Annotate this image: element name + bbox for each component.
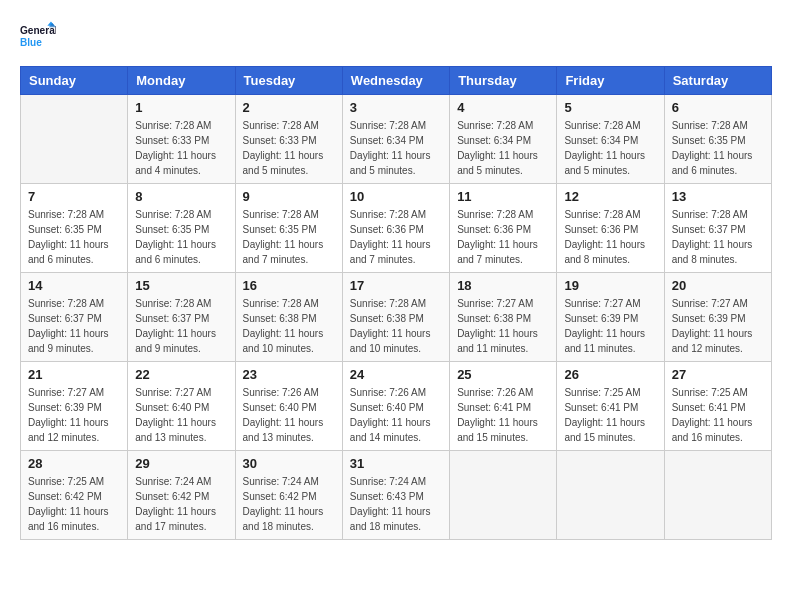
day-info: Sunrise: 7:28 AMSunset: 6:37 PMDaylight:… [672,207,764,267]
day-info: Sunrise: 7:28 AMSunset: 6:34 PMDaylight:… [457,118,549,178]
calendar-cell: 31 Sunrise: 7:24 AMSunset: 6:43 PMDaylig… [342,451,449,540]
day-number: 5 [564,100,656,115]
header-friday: Friday [557,67,664,95]
day-number: 10 [350,189,442,204]
day-number: 20 [672,278,764,293]
day-number: 16 [243,278,335,293]
day-info: Sunrise: 7:28 AMSunset: 6:35 PMDaylight:… [672,118,764,178]
day-info: Sunrise: 7:27 AMSunset: 6:38 PMDaylight:… [457,296,549,356]
day-number: 24 [350,367,442,382]
day-info: Sunrise: 7:28 AMSunset: 6:33 PMDaylight:… [243,118,335,178]
calendar-cell: 29 Sunrise: 7:24 AMSunset: 6:42 PMDaylig… [128,451,235,540]
calendar-cell: 14 Sunrise: 7:28 AMSunset: 6:37 PMDaylig… [21,273,128,362]
day-number: 28 [28,456,120,471]
calendar-cell: 24 Sunrise: 7:26 AMSunset: 6:40 PMDaylig… [342,362,449,451]
day-info: Sunrise: 7:27 AMSunset: 6:39 PMDaylight:… [564,296,656,356]
day-number: 30 [243,456,335,471]
calendar-cell: 9 Sunrise: 7:28 AMSunset: 6:35 PMDayligh… [235,184,342,273]
header-wednesday: Wednesday [342,67,449,95]
calendar-cell: 4 Sunrise: 7:28 AMSunset: 6:34 PMDayligh… [450,95,557,184]
day-number: 3 [350,100,442,115]
day-number: 14 [28,278,120,293]
day-number: 29 [135,456,227,471]
calendar-cell: 23 Sunrise: 7:26 AMSunset: 6:40 PMDaylig… [235,362,342,451]
calendar-table: SundayMondayTuesdayWednesdayThursdayFrid… [20,66,772,540]
day-number: 26 [564,367,656,382]
calendar-cell: 10 Sunrise: 7:28 AMSunset: 6:36 PMDaylig… [342,184,449,273]
day-info: Sunrise: 7:24 AMSunset: 6:42 PMDaylight:… [135,474,227,534]
day-number: 11 [457,189,549,204]
day-info: Sunrise: 7:25 AMSunset: 6:41 PMDaylight:… [564,385,656,445]
day-number: 8 [135,189,227,204]
day-number: 7 [28,189,120,204]
calendar-cell: 26 Sunrise: 7:25 AMSunset: 6:41 PMDaylig… [557,362,664,451]
day-info: Sunrise: 7:28 AMSunset: 6:36 PMDaylight:… [457,207,549,267]
day-info: Sunrise: 7:26 AMSunset: 6:41 PMDaylight:… [457,385,549,445]
calendar-cell: 8 Sunrise: 7:28 AMSunset: 6:35 PMDayligh… [128,184,235,273]
day-info: Sunrise: 7:28 AMSunset: 6:35 PMDaylight:… [135,207,227,267]
calendar-cell: 15 Sunrise: 7:28 AMSunset: 6:37 PMDaylig… [128,273,235,362]
calendar-cell: 21 Sunrise: 7:27 AMSunset: 6:39 PMDaylig… [21,362,128,451]
calendar-header-row: SundayMondayTuesdayWednesdayThursdayFrid… [21,67,772,95]
day-number: 15 [135,278,227,293]
day-info: Sunrise: 7:25 AMSunset: 6:42 PMDaylight:… [28,474,120,534]
svg-text:Blue: Blue [20,37,42,48]
day-info: Sunrise: 7:28 AMSunset: 6:34 PMDaylight:… [564,118,656,178]
day-info: Sunrise: 7:26 AMSunset: 6:40 PMDaylight:… [243,385,335,445]
logo-icon: General Blue [20,20,56,56]
header-sunday: Sunday [21,67,128,95]
day-info: Sunrise: 7:28 AMSunset: 6:36 PMDaylight:… [350,207,442,267]
day-number: 23 [243,367,335,382]
calendar-cell: 1 Sunrise: 7:28 AMSunset: 6:33 PMDayligh… [128,95,235,184]
calendar-week-1: 1 Sunrise: 7:28 AMSunset: 6:33 PMDayligh… [21,95,772,184]
day-number: 22 [135,367,227,382]
page-header: General Blue [20,20,772,56]
day-info: Sunrise: 7:25 AMSunset: 6:41 PMDaylight:… [672,385,764,445]
calendar-week-4: 21 Sunrise: 7:27 AMSunset: 6:39 PMDaylig… [21,362,772,451]
calendar-cell: 19 Sunrise: 7:27 AMSunset: 6:39 PMDaylig… [557,273,664,362]
day-info: Sunrise: 7:28 AMSunset: 6:35 PMDaylight:… [28,207,120,267]
day-info: Sunrise: 7:27 AMSunset: 6:40 PMDaylight:… [135,385,227,445]
day-number: 31 [350,456,442,471]
day-number: 21 [28,367,120,382]
day-number: 1 [135,100,227,115]
calendar-cell: 18 Sunrise: 7:27 AMSunset: 6:38 PMDaylig… [450,273,557,362]
calendar-cell [664,451,771,540]
day-number: 12 [564,189,656,204]
day-info: Sunrise: 7:24 AMSunset: 6:43 PMDaylight:… [350,474,442,534]
calendar-cell: 3 Sunrise: 7:28 AMSunset: 6:34 PMDayligh… [342,95,449,184]
calendar-cell: 11 Sunrise: 7:28 AMSunset: 6:36 PMDaylig… [450,184,557,273]
calendar-cell: 25 Sunrise: 7:26 AMSunset: 6:41 PMDaylig… [450,362,557,451]
calendar-cell: 13 Sunrise: 7:28 AMSunset: 6:37 PMDaylig… [664,184,771,273]
calendar-cell: 22 Sunrise: 7:27 AMSunset: 6:40 PMDaylig… [128,362,235,451]
day-number: 4 [457,100,549,115]
header-saturday: Saturday [664,67,771,95]
calendar-cell: 27 Sunrise: 7:25 AMSunset: 6:41 PMDaylig… [664,362,771,451]
calendar-week-5: 28 Sunrise: 7:25 AMSunset: 6:42 PMDaylig… [21,451,772,540]
calendar-cell: 2 Sunrise: 7:28 AMSunset: 6:33 PMDayligh… [235,95,342,184]
day-info: Sunrise: 7:28 AMSunset: 6:37 PMDaylight:… [135,296,227,356]
day-info: Sunrise: 7:28 AMSunset: 6:34 PMDaylight:… [350,118,442,178]
day-info: Sunrise: 7:28 AMSunset: 6:37 PMDaylight:… [28,296,120,356]
logo: General Blue [20,20,56,56]
day-number: 2 [243,100,335,115]
calendar-cell [21,95,128,184]
day-info: Sunrise: 7:26 AMSunset: 6:40 PMDaylight:… [350,385,442,445]
day-info: Sunrise: 7:28 AMSunset: 6:38 PMDaylight:… [350,296,442,356]
day-number: 17 [350,278,442,293]
day-info: Sunrise: 7:27 AMSunset: 6:39 PMDaylight:… [28,385,120,445]
calendar-cell: 6 Sunrise: 7:28 AMSunset: 6:35 PMDayligh… [664,95,771,184]
calendar-cell [557,451,664,540]
calendar-cell: 17 Sunrise: 7:28 AMSunset: 6:38 PMDaylig… [342,273,449,362]
calendar-cell: 5 Sunrise: 7:28 AMSunset: 6:34 PMDayligh… [557,95,664,184]
day-number: 25 [457,367,549,382]
calendar-week-2: 7 Sunrise: 7:28 AMSunset: 6:35 PMDayligh… [21,184,772,273]
calendar-cell [450,451,557,540]
day-number: 18 [457,278,549,293]
header-tuesday: Tuesday [235,67,342,95]
calendar-cell: 20 Sunrise: 7:27 AMSunset: 6:39 PMDaylig… [664,273,771,362]
day-info: Sunrise: 7:24 AMSunset: 6:42 PMDaylight:… [243,474,335,534]
calendar-cell: 30 Sunrise: 7:24 AMSunset: 6:42 PMDaylig… [235,451,342,540]
day-number: 9 [243,189,335,204]
calendar-week-3: 14 Sunrise: 7:28 AMSunset: 6:37 PMDaylig… [21,273,772,362]
